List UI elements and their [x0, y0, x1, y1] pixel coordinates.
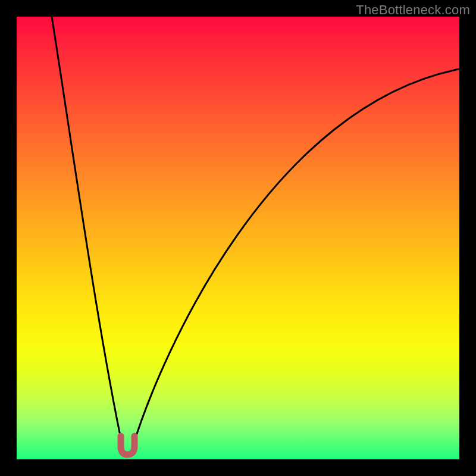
optimum-marker — [17, 17, 459, 459]
optimum-marker-shape — [121, 436, 134, 455]
watermark-text: TheBottleneck.com — [356, 2, 470, 18]
outer-frame: TheBottleneck.com — [0, 0, 476, 476]
plot-area — [17, 17, 459, 459]
